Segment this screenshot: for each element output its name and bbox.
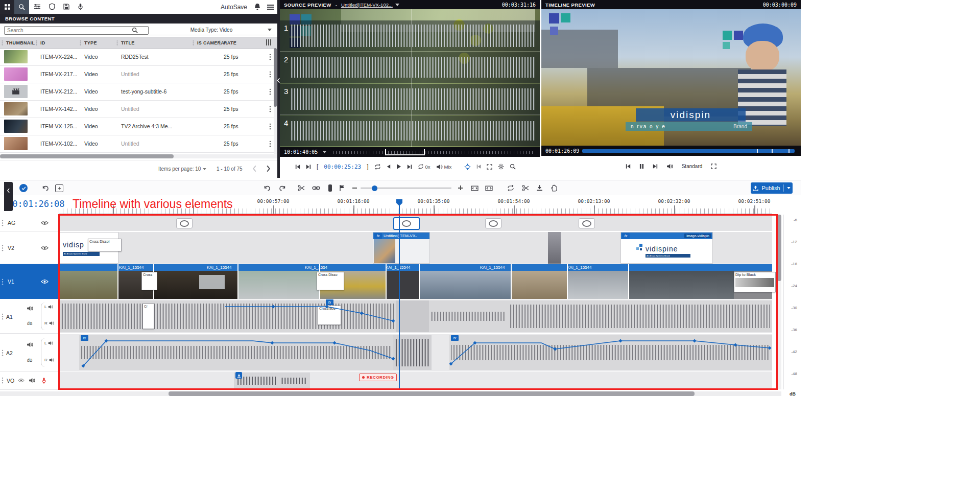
- row-menu-button[interactable]: [269, 123, 271, 130]
- table-row[interactable]: ITEM-VX-125... Video TV2 Archive 4:3 Me.…: [0, 118, 277, 135]
- play-button[interactable]: [396, 164, 401, 170]
- speaker-icon[interactable]: [29, 378, 35, 383]
- col-title[interactable]: TITLE: [121, 40, 135, 45]
- fit-timeline-icon[interactable]: [471, 185, 479, 191]
- clip-small-video[interactable]: [548, 232, 561, 264]
- zoom-slider-knob[interactable]: [372, 185, 377, 191]
- zoom-slider[interactable]: [361, 188, 451, 189]
- preview-scrubber[interactable]: 00:01:26:09: [541, 146, 801, 156]
- row-menu-button[interactable]: [269, 106, 271, 112]
- source-clip-select[interactable]: Untitled(ITEM-VX-102...: [341, 2, 393, 8]
- jump-to-in-button[interactable]: [295, 164, 300, 170]
- locate-crosshair-icon[interactable]: [464, 164, 471, 170]
- preview-video[interactable]: vidispin n rva o y e Brand: [541, 9, 801, 146]
- jump-to-out-button[interactable]: [306, 164, 311, 170]
- a1-volume-envelope[interactable]: [59, 299, 772, 333]
- eye-icon[interactable]: [41, 220, 49, 225]
- volume-icon[interactable]: [666, 164, 673, 169]
- source-video[interactable]: 1 2 3 4: [280, 9, 540, 147]
- scene-detect-icon[interactable]: [55, 184, 63, 192]
- drag-handle-icon[interactable]: [2, 377, 4, 384]
- speaker-icon[interactable]: [49, 321, 54, 326]
- timeline-ruler[interactable]: 00:00:57:00 00:01:16:00 00:01:35:00 00:0…: [59, 198, 776, 215]
- record-mic-icon[interactable]: [41, 377, 46, 384]
- preview-seekbar[interactable]: [582, 149, 795, 153]
- ag-marker-selected[interactable]: [393, 217, 420, 230]
- timeline-collapse-tab[interactable]: [4, 182, 13, 211]
- search-tool-button[interactable]: [14, 0, 29, 14]
- row-menu-button[interactable]: [269, 88, 271, 95]
- lane-vo[interactable]: RECORDING: [59, 371, 772, 389]
- mic-icon[interactable]: [78, 3, 83, 11]
- filters-icon[interactable]: [34, 4, 41, 10]
- in-bracket[interactable]: [: [317, 163, 318, 170]
- cut-icon[interactable]: [298, 184, 305, 192]
- col-rate[interactable]: RATE: [224, 40, 236, 45]
- history-icon[interactable]: [42, 185, 49, 191]
- lane-ag[interactable]: [59, 215, 772, 231]
- pause-button[interactable]: [639, 164, 644, 169]
- table-row[interactable]: ITEM-VX-102... Video Untitled 25 fps: [0, 135, 277, 153]
- shield-icon[interactable]: [49, 3, 55, 10]
- db-toggle[interactable]: dB: [27, 358, 32, 363]
- db-toggle[interactable]: dB: [27, 321, 32, 326]
- hand-tool-icon[interactable]: [551, 184, 558, 192]
- playhead-line[interactable]: [399, 200, 400, 389]
- settings-gear-icon[interactable]: [498, 164, 504, 170]
- insert-icon[interactable]: [536, 184, 543, 191]
- zoom-out-icon[interactable]: [352, 188, 357, 189]
- speaker-icon[interactable]: [48, 341, 53, 345]
- vo-clip[interactable]: [234, 373, 310, 388]
- in-point-timecode[interactable]: 00:00:25:23: [324, 164, 361, 170]
- transition-cross-dissolve[interactable]: Cross Disso: [317, 272, 344, 290]
- chevron-down-icon[interactable]: [323, 151, 326, 153]
- speaker-icon[interactable]: [27, 342, 33, 347]
- timeline-v-scrollbar[interactable]: [777, 215, 781, 389]
- audio-mix-control[interactable]: Mix: [436, 164, 452, 170]
- step-back-button[interactable]: [387, 164, 391, 169]
- drag-handle-icon[interactable]: [2, 350, 4, 356]
- fx-badge[interactable]: fx: [374, 233, 382, 239]
- drag-handle-icon[interactable]: [2, 278, 4, 285]
- row-menu-button[interactable]: [269, 71, 271, 78]
- row-menu-button[interactable]: [269, 141, 271, 147]
- extract-icon[interactable]: [522, 184, 529, 192]
- clip-untitled-item[interactable]: fx Untitled(ITEM-VX-: [373, 232, 430, 264]
- drag-handle-icon[interactable]: [2, 220, 4, 226]
- fullscreen-icon[interactable]: [487, 164, 492, 170]
- speaker-icon[interactable]: [49, 358, 54, 362]
- col-type[interactable]: TYPE: [84, 40, 97, 45]
- speaker-icon[interactable]: [27, 306, 33, 311]
- clip-image-vidispine[interactable]: fx image-vidispin vidispine An Arvato Sy…: [620, 232, 713, 264]
- transition-cross-dissolve[interactable]: Cross Dissol: [88, 239, 122, 251]
- speed-control[interactable]: 0x: [418, 164, 431, 170]
- expand-tracks-icon[interactable]: [485, 185, 493, 191]
- next-page-button[interactable]: [266, 165, 271, 172]
- eye-icon[interactable]: [41, 279, 49, 284]
- items-per-page[interactable]: Items per page: 10: [158, 166, 206, 172]
- search-icon[interactable]: [132, 27, 138, 33]
- prev-page-button[interactable]: [252, 165, 257, 172]
- transition-dip-to-black[interactable]: Dip to Black: [734, 272, 776, 292]
- eye-icon[interactable]: [18, 378, 25, 383]
- ag-marker[interactable]: [579, 218, 595, 228]
- notifications-bell-icon[interactable]: [254, 3, 261, 10]
- publish-button[interactable]: Publish: [751, 182, 793, 194]
- row-menu-button[interactable]: [269, 54, 271, 60]
- media-grid-button[interactable]: [0, 0, 14, 14]
- track-header-vo[interactable]: VO: [0, 371, 59, 390]
- table-row[interactable]: ITEM-VX-217... Video Untitled 25 fps: [0, 65, 277, 83]
- lane-a1[interactable]: Cr fx Crossfade: [59, 299, 772, 333]
- step-forward-button[interactable]: [407, 164, 412, 170]
- loop-playback-icon[interactable]: [507, 185, 514, 191]
- a2-volume-envelope[interactable]: [59, 334, 772, 371]
- flag-icon[interactable]: [339, 184, 345, 192]
- lane-a2[interactable]: fx fx: [59, 334, 772, 371]
- table-row[interactable]: ITEM-VX-142... Video Untitled 25 fps: [0, 100, 277, 118]
- source-playhead[interactable]: [412, 9, 412, 147]
- fullscreen-icon[interactable]: [711, 164, 716, 169]
- drag-handle-icon[interactable]: [2, 245, 4, 251]
- search-input[interactable]: [4, 26, 149, 35]
- table-row[interactable]: ITEM-VX-224... Video RDD25Test 25 fps: [0, 48, 277, 66]
- transition-cross[interactable]: Cross: [141, 272, 157, 290]
